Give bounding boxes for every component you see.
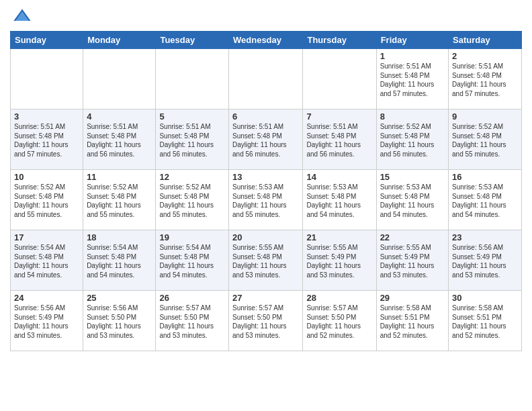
calendar-cell: 23Sunrise: 5:56 AMSunset: 5:49 PMDayligh… [449,230,522,291]
calendar-cell: 4Sunrise: 5:51 AMSunset: 5:48 PMDaylight… [83,109,156,170]
day-info: Sunrise: 5:52 AMSunset: 5:48 PMDaylight:… [14,183,79,219]
calendar-cell: 26Sunrise: 5:57 AMSunset: 5:50 PMDayligh… [156,291,229,351]
day-number: 21 [306,232,372,242]
day-number: 18 [87,232,152,242]
day-info: Sunrise: 5:51 AMSunset: 5:48 PMDaylight:… [452,62,518,98]
calendar-cell: 30Sunrise: 5:58 AMSunset: 5:51 PMDayligh… [449,291,522,351]
day-number: 23 [452,232,518,242]
calendar-cell: 16Sunrise: 5:53 AMSunset: 5:48 PMDayligh… [449,170,522,230]
calendar-cell: 15Sunrise: 5:53 AMSunset: 5:48 PMDayligh… [376,170,448,230]
day-number: 19 [159,232,225,242]
page: SundayMondayTuesdayWednesdayThursdayFrid… [0,0,532,358]
day-info: Sunrise: 5:56 AMSunset: 5:49 PMDaylight:… [452,243,518,279]
calendar-cell: 12Sunrise: 5:52 AMSunset: 5:48 PMDayligh… [156,170,229,230]
calendar-cell: 9Sunrise: 5:52 AMSunset: 5:48 PMDaylight… [449,109,522,170]
day-number: 9 [452,111,518,122]
day-info: Sunrise: 5:58 AMSunset: 5:51 PMDaylight:… [380,304,445,340]
day-info: Sunrise: 5:58 AMSunset: 5:51 PMDaylight:… [452,304,518,340]
day-number: 4 [87,111,152,122]
calendar-cell: 6Sunrise: 5:51 AMSunset: 5:48 PMDaylight… [229,109,303,170]
calendar-cell: 22Sunrise: 5:55 AMSunset: 5:49 PMDayligh… [376,230,448,291]
logo [10,7,32,26]
day-number: 30 [452,293,518,303]
day-number: 5 [159,111,225,122]
day-info: Sunrise: 5:53 AMSunset: 5:48 PMDaylight:… [452,183,518,219]
calendar-cell: 18Sunrise: 5:54 AMSunset: 5:48 PMDayligh… [83,230,156,291]
day-info: Sunrise: 5:51 AMSunset: 5:48 PMDaylight:… [159,122,225,158]
logo-icon [13,7,32,26]
calendar-week-row: 3Sunrise: 5:51 AMSunset: 5:48 PMDaylight… [11,109,522,170]
calendar-cell [11,49,83,109]
day-info: Sunrise: 5:52 AMSunset: 5:48 PMDaylight:… [452,122,518,158]
calendar-cell: 13Sunrise: 5:53 AMSunset: 5:48 PMDayligh… [229,170,303,230]
day-number: 6 [232,111,299,122]
weekday-header: Monday [83,32,156,49]
header [10,7,522,26]
calendar-cell: 20Sunrise: 5:55 AMSunset: 5:48 PMDayligh… [229,230,303,291]
calendar-cell: 29Sunrise: 5:58 AMSunset: 5:51 PMDayligh… [376,291,448,351]
day-info: Sunrise: 5:57 AMSunset: 5:50 PMDaylight:… [159,304,225,340]
day-number: 25 [87,293,152,303]
day-info: Sunrise: 5:51 AMSunset: 5:48 PMDaylight:… [232,122,299,158]
calendar-cell: 10Sunrise: 5:52 AMSunset: 5:48 PMDayligh… [11,170,83,230]
day-number: 3 [14,111,79,122]
weekday-header: Friday [376,32,448,49]
day-number: 15 [380,172,445,182]
day-number: 22 [380,232,445,242]
calendar-cell: 24Sunrise: 5:56 AMSunset: 5:49 PMDayligh… [11,291,83,351]
day-info: Sunrise: 5:55 AMSunset: 5:48 PMDaylight:… [232,243,299,279]
calendar-cell: 11Sunrise: 5:52 AMSunset: 5:48 PMDayligh… [83,170,156,230]
calendar-cell: 3Sunrise: 5:51 AMSunset: 5:48 PMDaylight… [11,109,83,170]
day-info: Sunrise: 5:54 AMSunset: 5:48 PMDaylight:… [159,243,225,279]
calendar-cell: 5Sunrise: 5:51 AMSunset: 5:48 PMDaylight… [156,109,229,170]
day-number: 29 [380,293,445,303]
weekday-header: Wednesday [229,32,303,49]
day-number: 12 [159,172,225,182]
day-info: Sunrise: 5:57 AMSunset: 5:50 PMDaylight:… [232,304,299,340]
day-info: Sunrise: 5:51 AMSunset: 5:48 PMDaylight:… [87,122,152,158]
day-info: Sunrise: 5:51 AMSunset: 5:48 PMDaylight:… [380,62,445,98]
day-info: Sunrise: 5:52 AMSunset: 5:48 PMDaylight:… [159,183,225,219]
calendar-week-row: 10Sunrise: 5:52 AMSunset: 5:48 PMDayligh… [11,170,522,230]
day-number: 28 [306,293,372,303]
day-info: Sunrise: 5:52 AMSunset: 5:48 PMDaylight:… [380,122,445,158]
day-info: Sunrise: 5:54 AMSunset: 5:48 PMDaylight:… [14,243,79,279]
calendar-cell [303,49,376,109]
calendar-week-row: 24Sunrise: 5:56 AMSunset: 5:49 PMDayligh… [11,291,522,351]
calendar-cell: 17Sunrise: 5:54 AMSunset: 5:48 PMDayligh… [11,230,83,291]
calendar-cell [83,49,156,109]
day-number: 16 [452,172,518,182]
day-number: 8 [380,111,445,122]
day-info: Sunrise: 5:51 AMSunset: 5:48 PMDaylight:… [14,122,79,158]
day-number: 1 [380,51,445,61]
day-number: 27 [232,293,299,303]
calendar-header-row: SundayMondayTuesdayWednesdayThursdayFrid… [11,32,522,49]
day-number: 24 [14,293,79,303]
day-number: 11 [87,172,152,182]
day-info: Sunrise: 5:51 AMSunset: 5:48 PMDaylight:… [306,122,372,158]
day-info: Sunrise: 5:56 AMSunset: 5:49 PMDaylight:… [14,304,79,340]
calendar-cell [156,49,229,109]
calendar-cell: 28Sunrise: 5:57 AMSunset: 5:50 PMDayligh… [303,291,376,351]
day-number: 2 [452,51,518,61]
day-info: Sunrise: 5:54 AMSunset: 5:48 PMDaylight:… [87,243,152,279]
calendar-week-row: 1Sunrise: 5:51 AMSunset: 5:48 PMDaylight… [11,49,522,109]
day-info: Sunrise: 5:56 AMSunset: 5:50 PMDaylight:… [87,304,152,340]
calendar-cell: 25Sunrise: 5:56 AMSunset: 5:50 PMDayligh… [83,291,156,351]
calendar: SundayMondayTuesdayWednesdayThursdayFrid… [10,31,522,351]
calendar-cell: 1Sunrise: 5:51 AMSunset: 5:48 PMDaylight… [376,49,448,109]
calendar-cell: 2Sunrise: 5:51 AMSunset: 5:48 PMDaylight… [449,49,522,109]
day-info: Sunrise: 5:53 AMSunset: 5:48 PMDaylight:… [306,183,372,219]
day-number: 10 [14,172,79,182]
day-number: 20 [232,232,299,242]
day-info: Sunrise: 5:55 AMSunset: 5:49 PMDaylight:… [306,243,372,279]
calendar-cell: 8Sunrise: 5:52 AMSunset: 5:48 PMDaylight… [376,109,448,170]
weekday-header: Saturday [449,32,522,49]
day-info: Sunrise: 5:52 AMSunset: 5:48 PMDaylight:… [87,183,152,219]
calendar-cell: 19Sunrise: 5:54 AMSunset: 5:48 PMDayligh… [156,230,229,291]
calendar-cell: 27Sunrise: 5:57 AMSunset: 5:50 PMDayligh… [229,291,303,351]
day-number: 14 [306,172,372,182]
calendar-cell: 21Sunrise: 5:55 AMSunset: 5:49 PMDayligh… [303,230,376,291]
day-info: Sunrise: 5:57 AMSunset: 5:50 PMDaylight:… [306,304,372,340]
day-info: Sunrise: 5:53 AMSunset: 5:48 PMDaylight:… [380,183,445,219]
